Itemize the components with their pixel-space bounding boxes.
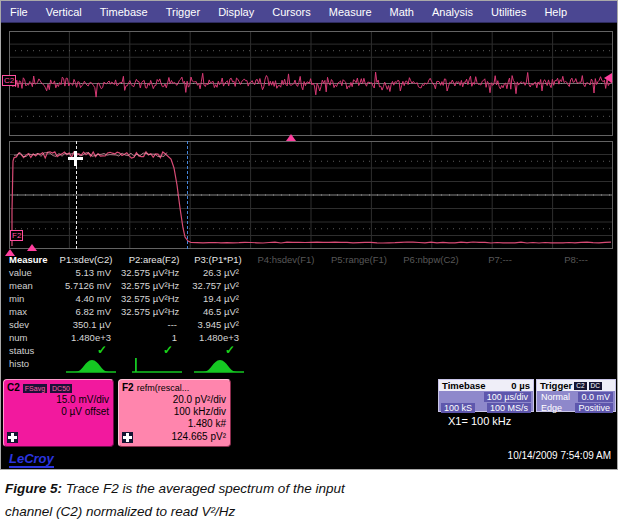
menu-item-math[interactable]: Math: [390, 6, 414, 18]
measure-cell-p1-min: 4.40 mV: [51, 292, 121, 305]
waveform-grid-f2[interactable]: [9, 141, 613, 249]
f2-zero-marker[interactable]: [5, 249, 15, 256]
measure-col-header-p6[interactable]: P6:nbpw(C2): [395, 253, 467, 266]
trigger-slope: Positive: [575, 403, 613, 413]
menu-bar: FileVerticalTimebaseTriggerDisplayCursor…: [1, 1, 617, 23]
measure-cell-p7-mean: [467, 279, 533, 292]
trigger-level-marker[interactable]: [604, 73, 612, 83]
status-check-icon-p5: [323, 344, 395, 357]
measure-cell-p2-value: 32.575 µV²Hz: [121, 266, 187, 279]
status-check-icon-p2: ✓: [121, 344, 187, 357]
measure-row-label-sdev: sdev: [1, 318, 51, 331]
timebase-title: Timebase: [442, 381, 486, 391]
measure-cell-p4-max: [249, 305, 323, 318]
measure-col-header-p5[interactable]: P5:range(F1): [323, 253, 395, 266]
move-cursor-icon[interactable]: [122, 432, 133, 443]
measure-cell-p8-sdev: [533, 318, 618, 331]
f2-descriptor-box[interactable]: F2 refm(rescal... 20.0 pV²/div 100 kHz/d…: [118, 379, 231, 447]
timebase-box[interactable]: Timebase 0 µs 100 µs/div 100 kS 100 MS/s: [438, 379, 534, 412]
measure-cell-p2-sdev: ---: [121, 318, 187, 331]
histogram-icon-p4: [249, 357, 323, 377]
timebase-rate: 100 MS/s: [487, 403, 531, 413]
f2-trace-label[interactable]: F2: [10, 230, 23, 241]
trigger-source-badge: C2: [574, 382, 586, 390]
measure-cell-p1-value: 5.13 mV: [51, 266, 121, 279]
measure-cell-p6-mean: [395, 279, 467, 292]
histogram-icon-p3: [187, 357, 249, 377]
measure-cell-p7-num: [467, 331, 533, 344]
trigger-title: Trigger: [540, 381, 572, 391]
lecroy-logo: LeCroy: [9, 452, 54, 468]
menu-item-help[interactable]: Help: [544, 6, 567, 18]
move-cursor-icon[interactable]: [7, 432, 18, 443]
timestamp: 10/14/2009 7:54:09 AM: [508, 450, 611, 461]
histogram-icon-p2: [121, 357, 187, 377]
measure-col-header-p8[interactable]: P8:---: [533, 253, 618, 266]
waveform-grid-c2[interactable]: [9, 31, 613, 136]
f2-units-per-div: 20.0 pV²/div: [119, 394, 230, 406]
measure-cell-p4-min: [249, 292, 323, 305]
histogram-icon-p7: [467, 357, 533, 377]
trigger-time-marker[interactable]: [286, 134, 296, 141]
measure-cell-p1-max: 6.82 mV: [51, 305, 121, 318]
menu-item-analysis[interactable]: Analysis: [432, 6, 473, 18]
trigger-level: 0.0 mV: [578, 392, 613, 402]
status-check-icon-p6: [395, 344, 467, 357]
measure-cell-p1-sdev: 350.1 µV: [51, 318, 121, 331]
measure-col-header-p2[interactable]: P2:area(F2): [121, 253, 187, 266]
measure-cell-p6-max: [395, 305, 467, 318]
measure-cell-p3-num: 1.480e+3: [187, 331, 249, 344]
menu-item-trigger[interactable]: Trigger: [166, 6, 200, 18]
status-check-icon-p8: [533, 344, 618, 357]
measure-row-label-value: value: [1, 266, 51, 279]
menu-item-timebase[interactable]: Timebase: [100, 6, 148, 18]
oscilloscope-screenshot: FileVerticalTimebaseTriggerDisplayCursor…: [0, 0, 618, 470]
timebase-delay: 0 µs: [511, 381, 530, 391]
measure-cell-p3-value: 26.3 µV²: [187, 266, 249, 279]
status-check-icon-p4: [249, 344, 323, 357]
measure-row-label-min: min: [1, 292, 51, 305]
measure-cell-p5-value: [323, 266, 395, 279]
trigger-type: Edge: [539, 403, 564, 413]
menu-item-utilities[interactable]: Utilities: [491, 6, 526, 18]
c2-volts-per-div: 15.0 mV/div: [4, 394, 113, 406]
measure-col-header-p4[interactable]: P4:hsdev(F1): [249, 253, 323, 266]
menu-item-file[interactable]: File: [10, 6, 28, 18]
measure-cell-p4-value: [249, 266, 323, 279]
c2-box-label: C2: [7, 382, 20, 394]
measure-cell-p8-mean: [533, 279, 618, 292]
f2-sweeps-count: 1.480 k#: [119, 418, 230, 430]
histogram-icon-p1: [51, 357, 121, 377]
trigger-box[interactable]: Trigger C2 DC Normal 0.0 mV Edge Positiv…: [536, 379, 616, 412]
menu-item-vertical[interactable]: Vertical: [46, 6, 82, 18]
histogram-icon-p8: [533, 357, 618, 377]
measure-col-header-p3[interactable]: P3:(P1*P1): [187, 253, 249, 266]
timebase-scale: 100 µs/div: [484, 392, 531, 402]
measure-col-header-p7[interactable]: P7:---: [467, 253, 533, 266]
c2-descriptor-box[interactable]: C2 FSavg DC50 15.0 mV/div 0 µV offset: [3, 379, 114, 447]
status-check-icon-p7: [467, 344, 533, 357]
cursor-line-edge[interactable]: [187, 141, 188, 249]
c2-avg-badge: FSavg: [23, 384, 47, 393]
measure-cell-p5-num: [323, 331, 395, 344]
crosshair-cursor-icon[interactable]: [68, 157, 83, 160]
measure-cell-p8-min: [533, 292, 618, 305]
measure-cell-p4-num: [249, 331, 323, 344]
f2-function-desc: refm(rescal...: [137, 382, 190, 394]
measure-cell-p6-num: [395, 331, 467, 344]
c2-trace-label[interactable]: C2: [2, 75, 16, 86]
menu-item-measure[interactable]: Measure: [329, 6, 372, 18]
measure-row-label-num: num: [1, 331, 51, 344]
c2-ground-marker[interactable]: [27, 244, 37, 251]
measure-row-label-mean: mean: [1, 279, 51, 292]
measure-col-header-p1[interactable]: P1:sdev(C2): [51, 253, 121, 266]
status-check-icon-p1: ✓: [51, 344, 121, 357]
measure-cell-p5-sdev: [323, 318, 395, 331]
measure-row-label-max: max: [1, 305, 51, 318]
menu-item-cursors[interactable]: Cursors: [272, 6, 311, 18]
document-page: FileVerticalTimebaseTriggerDisplayCursor…: [0, 0, 618, 531]
histogram-icon-p5: [323, 357, 395, 377]
figure-caption-label: Figure 5:: [5, 481, 62, 496]
menu-item-display[interactable]: Display: [218, 6, 254, 18]
measure-cell-p7-max: [467, 305, 533, 318]
